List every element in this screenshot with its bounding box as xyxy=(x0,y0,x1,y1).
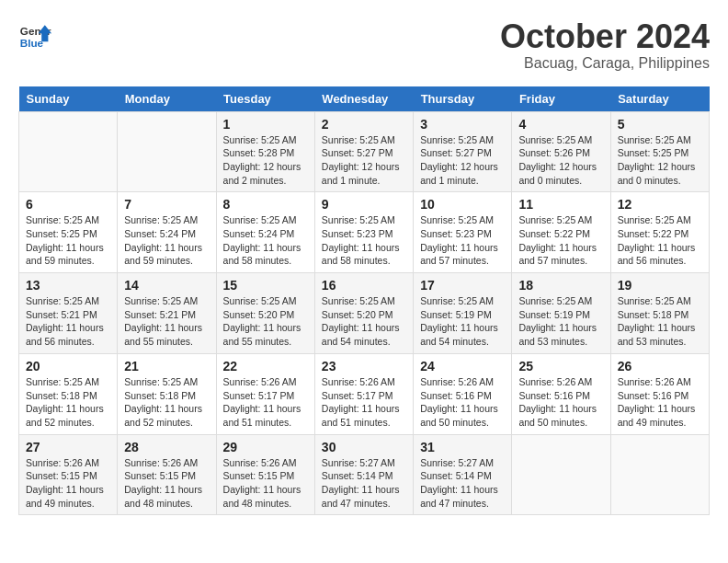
day-info: Sunrise: 5:25 AM Sunset: 5:23 PM Dayligh… xyxy=(322,213,406,268)
day-info: Sunrise: 5:26 AM Sunset: 5:16 PM Dayligh… xyxy=(618,375,702,430)
calendar-header-row: SundayMondayTuesdayWednesdayThursdayFrid… xyxy=(19,86,710,112)
day-info: Sunrise: 5:25 AM Sunset: 5:21 PM Dayligh… xyxy=(124,294,209,349)
day-info: Sunrise: 5:25 AM Sunset: 5:20 PM Dayligh… xyxy=(322,294,406,349)
day-number: 29 xyxy=(223,440,308,454)
day-info: Sunrise: 5:25 AM Sunset: 5:25 PM Dayligh… xyxy=(618,133,702,188)
day-info: Sunrise: 5:26 AM Sunset: 5:15 PM Dayligh… xyxy=(26,456,110,511)
day-info: Sunrise: 5:25 AM Sunset: 5:18 PM Dayligh… xyxy=(124,375,209,430)
col-header-tuesday: Tuesday xyxy=(216,86,314,112)
calendar-cell: 15Sunrise: 5:25 AM Sunset: 5:20 PM Dayli… xyxy=(216,273,314,354)
col-header-thursday: Thursday xyxy=(414,86,512,112)
calendar-cell: 13Sunrise: 5:25 AM Sunset: 5:21 PM Dayli… xyxy=(19,273,118,354)
col-header-saturday: Saturday xyxy=(610,86,709,112)
day-info: Sunrise: 5:25 AM Sunset: 5:25 PM Dayligh… xyxy=(26,213,110,268)
calendar-cell: 14Sunrise: 5:25 AM Sunset: 5:21 PM Dayli… xyxy=(118,273,216,354)
calendar-cell: 20Sunrise: 5:25 AM Sunset: 5:18 PM Dayli… xyxy=(19,353,118,434)
day-number: 16 xyxy=(322,278,406,293)
calendar-cell: 16Sunrise: 5:25 AM Sunset: 5:20 PM Dayli… xyxy=(314,273,413,354)
day-number: 3 xyxy=(420,117,505,132)
calendar-cell: 28Sunrise: 5:26 AM Sunset: 5:15 PM Dayli… xyxy=(118,434,216,515)
day-number: 17 xyxy=(420,278,505,293)
day-info: Sunrise: 5:25 AM Sunset: 5:27 PM Dayligh… xyxy=(420,133,505,188)
day-number: 20 xyxy=(26,359,110,373)
col-header-friday: Friday xyxy=(512,86,610,112)
day-info: Sunrise: 5:25 AM Sunset: 5:18 PM Dayligh… xyxy=(26,375,110,430)
col-header-monday: Monday xyxy=(118,86,216,112)
day-number: 7 xyxy=(124,197,209,212)
day-number: 21 xyxy=(124,359,209,373)
day-info: Sunrise: 5:25 AM Sunset: 5:22 PM Dayligh… xyxy=(618,213,702,268)
day-info: Sunrise: 5:27 AM Sunset: 5:14 PM Dayligh… xyxy=(322,456,406,511)
day-info: Sunrise: 5:25 AM Sunset: 5:24 PM Dayligh… xyxy=(124,213,209,268)
calendar-cell: 21Sunrise: 5:25 AM Sunset: 5:18 PM Dayli… xyxy=(118,353,216,434)
day-info: Sunrise: 5:26 AM Sunset: 5:17 PM Dayligh… xyxy=(223,375,308,430)
day-info: Sunrise: 5:27 AM Sunset: 5:14 PM Dayligh… xyxy=(420,456,505,511)
calendar-cell: 3Sunrise: 5:25 AM Sunset: 5:27 PM Daylig… xyxy=(414,111,512,192)
day-info: Sunrise: 5:25 AM Sunset: 5:19 PM Dayligh… xyxy=(518,294,603,349)
day-number: 10 xyxy=(420,197,505,212)
day-info: Sunrise: 5:25 AM Sunset: 5:22 PM Dayligh… xyxy=(518,213,603,268)
day-number: 15 xyxy=(223,278,308,293)
day-info: Sunrise: 5:26 AM Sunset: 5:15 PM Dayligh… xyxy=(124,456,209,511)
svg-text:Blue: Blue xyxy=(20,37,44,49)
day-info: Sunrise: 5:25 AM Sunset: 5:19 PM Dayligh… xyxy=(420,294,505,349)
day-info: Sunrise: 5:26 AM Sunset: 5:16 PM Dayligh… xyxy=(518,375,603,430)
day-info: Sunrise: 5:25 AM Sunset: 5:24 PM Dayligh… xyxy=(223,213,308,268)
calendar-cell: 19Sunrise: 5:25 AM Sunset: 5:18 PM Dayli… xyxy=(610,273,709,354)
day-number: 27 xyxy=(26,440,110,454)
calendar-cell: 29Sunrise: 5:26 AM Sunset: 5:15 PM Dayli… xyxy=(216,434,314,515)
col-header-wednesday: Wednesday xyxy=(314,86,413,112)
day-number: 23 xyxy=(322,359,406,373)
calendar-cell: 10Sunrise: 5:25 AM Sunset: 5:23 PM Dayli… xyxy=(414,192,512,273)
day-number: 6 xyxy=(26,197,110,212)
location-title: Bacuag, Caraga, Philippines xyxy=(500,55,710,72)
day-number: 31 xyxy=(420,440,505,454)
day-info: Sunrise: 5:26 AM Sunset: 5:15 PM Dayligh… xyxy=(223,456,308,511)
calendar-cell: 1Sunrise: 5:25 AM Sunset: 5:28 PM Daylig… xyxy=(216,111,314,192)
day-number: 8 xyxy=(223,197,308,212)
calendar-week-1: 1Sunrise: 5:25 AM Sunset: 5:28 PM Daylig… xyxy=(19,111,710,192)
day-number: 24 xyxy=(420,359,505,373)
calendar-cell xyxy=(610,434,709,515)
col-header-sunday: Sunday xyxy=(19,86,118,112)
calendar-cell: 7Sunrise: 5:25 AM Sunset: 5:24 PM Daylig… xyxy=(118,192,216,273)
day-number: 1 xyxy=(223,117,308,132)
calendar-cell: 17Sunrise: 5:25 AM Sunset: 5:19 PM Dayli… xyxy=(414,273,512,354)
day-number: 18 xyxy=(518,278,603,293)
day-info: Sunrise: 5:25 AM Sunset: 5:26 PM Dayligh… xyxy=(518,133,603,188)
day-number: 11 xyxy=(518,197,603,212)
calendar-cell xyxy=(19,111,118,192)
day-info: Sunrise: 5:25 AM Sunset: 5:21 PM Dayligh… xyxy=(26,294,110,349)
day-info: Sunrise: 5:26 AM Sunset: 5:16 PM Dayligh… xyxy=(420,375,505,430)
calendar-cell: 27Sunrise: 5:26 AM Sunset: 5:15 PM Dayli… xyxy=(19,434,118,515)
calendar-week-5: 27Sunrise: 5:26 AM Sunset: 5:15 PM Dayli… xyxy=(19,434,710,515)
calendar-cell: 23Sunrise: 5:26 AM Sunset: 5:17 PM Dayli… xyxy=(314,353,413,434)
day-info: Sunrise: 5:25 AM Sunset: 5:23 PM Dayligh… xyxy=(420,213,505,268)
day-number: 2 xyxy=(322,117,406,132)
calendar-week-4: 20Sunrise: 5:25 AM Sunset: 5:18 PM Dayli… xyxy=(19,353,710,434)
day-number: 13 xyxy=(26,278,110,293)
calendar-cell: 25Sunrise: 5:26 AM Sunset: 5:16 PM Dayli… xyxy=(512,353,610,434)
calendar-cell: 22Sunrise: 5:26 AM Sunset: 5:17 PM Dayli… xyxy=(216,353,314,434)
logo-icon: General Blue xyxy=(18,18,51,52)
day-number: 4 xyxy=(518,117,603,132)
title-block: October 2024 Bacuag, Caraga, Philippines xyxy=(500,18,710,72)
calendar-cell xyxy=(512,434,610,515)
calendar-cell: 9Sunrise: 5:25 AM Sunset: 5:23 PM Daylig… xyxy=(314,192,413,273)
calendar-cell: 24Sunrise: 5:26 AM Sunset: 5:16 PM Dayli… xyxy=(414,353,512,434)
calendar-cell: 4Sunrise: 5:25 AM Sunset: 5:26 PM Daylig… xyxy=(512,111,610,192)
day-number: 12 xyxy=(618,197,702,212)
day-number: 5 xyxy=(618,117,702,132)
calendar-cell xyxy=(118,111,216,192)
day-number: 30 xyxy=(322,440,406,454)
calendar-cell: 26Sunrise: 5:26 AM Sunset: 5:16 PM Dayli… xyxy=(610,353,709,434)
calendar-cell: 6Sunrise: 5:25 AM Sunset: 5:25 PM Daylig… xyxy=(19,192,118,273)
calendar-cell: 18Sunrise: 5:25 AM Sunset: 5:19 PM Dayli… xyxy=(512,273,610,354)
day-number: 22 xyxy=(223,359,308,373)
day-info: Sunrise: 5:25 AM Sunset: 5:27 PM Dayligh… xyxy=(322,133,406,188)
page-header: General Blue October 2024 Bacuag, Caraga… xyxy=(18,18,710,72)
logo: General Blue xyxy=(18,18,51,52)
day-info: Sunrise: 5:25 AM Sunset: 5:20 PM Dayligh… xyxy=(223,294,308,349)
month-title: October 2024 xyxy=(500,18,710,55)
day-info: Sunrise: 5:25 AM Sunset: 5:28 PM Dayligh… xyxy=(223,133,308,188)
